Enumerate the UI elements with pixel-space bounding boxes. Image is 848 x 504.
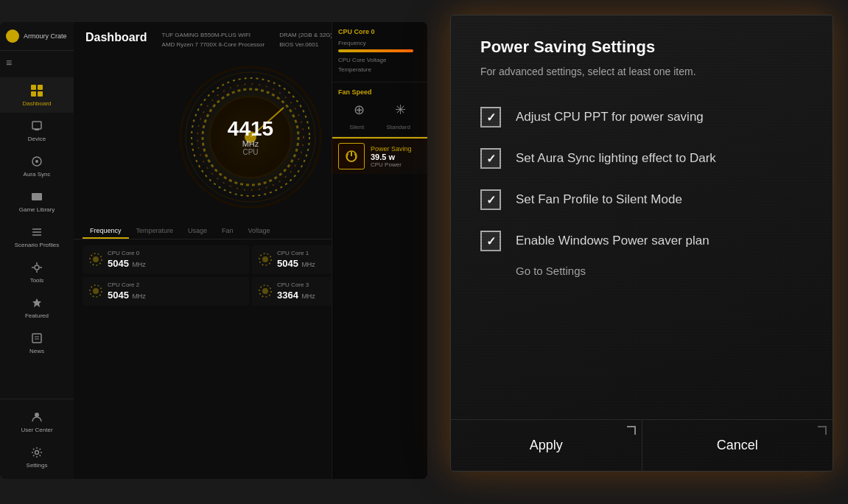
tab-temperature[interactable]: Temperature [129,224,181,239]
sidebar-bottom: User Center Settings [0,399,74,479]
gauge-center: 4415 MHz CPU [228,118,273,155]
cpu-info: AMD Ryzen 7 7700X 8-Core Processor [162,41,265,50]
sidebar-item-label: User Center [21,427,52,433]
cancel-button[interactable]: Cancel [642,420,833,471]
fan-silent-icon: ⊕ [354,102,365,118]
menu-icon[interactable]: ≡ [0,51,74,74]
option-row-4: ✓ Enable Windows Power saver plan [480,231,803,251]
core-2-info: CPU Core 2 5045 MHz [108,281,243,301]
power-saving-info: Power Saving 39.5 w CPU Power [371,145,412,168]
fan-silent-label: Silent [349,124,364,130]
power-saving-sub: CPU Power [371,161,412,168]
core-2-icon [88,284,103,298]
frequency-label: Frequency [338,40,421,46]
device-icon [29,119,44,133]
core-0-item: CPU Core 0 5045 MHz [83,245,249,274]
sidebar-items: Dashboard Device Aura Sync Game Library [0,74,74,399]
checkbox-1[interactable]: ✓ [480,107,501,127]
page-title: Dashboard [85,31,147,44]
tab-usage[interactable]: Usage [181,224,214,239]
core-3-value: 3364 [277,290,298,301]
svg-rect-18 [32,334,41,343]
app-title: Armoury Crate [24,32,67,41]
sidebar-item-label: Device [28,136,46,142]
gauge-unit: MHz [228,139,273,147]
core-0-info: CPU Core 0 5045 MHz [108,250,243,270]
core-2-value: 5045 [108,290,129,301]
core-2-item: CPU Core 2 5045 MHz [83,277,249,306]
checkbox-4[interactable]: ✓ [480,231,501,251]
background-app: Armoury Crate ≡ Dashboard Device Aura Sy [0,22,427,479]
sidebar-item-label: Game Library [19,206,55,213]
cpu-core-section: CPU Core 0 Frequency CPU Core Voltage Te… [332,22,427,83]
fan-speed-section: Fan Speed ⊕ ✳ Silent Standard [332,83,427,137]
tab-frequency[interactable]: Frequency [83,224,129,239]
option-label-4: Enable Windows Power saver plan [516,234,709,248]
core-3-unit: MHz [301,293,315,300]
app-logo [6,29,19,43]
sidebar-item-label: Featured [25,312,49,319]
core-1-icon [258,252,273,267]
frequency-bar [338,49,413,52]
svg-rect-1 [38,85,43,90]
sidebar-item-featured[interactable]: Featured [0,290,74,325]
option-row-2: ✓ Set Aura Sync lighting effect to Dark [480,148,803,169]
fan-icons-row: ⊕ ✳ [338,102,421,118]
option-label-2: Set Aura Sync lighting effect to Dark [516,151,716,166]
dashboard-icon [29,83,44,98]
checkbox-3[interactable]: ✓ [480,189,501,210]
sidebar-item-user-center[interactable]: User Center [0,404,74,439]
sidebar-item-aura-sync[interactable]: Aura Sync [0,148,74,183]
ram-info: DRAM (2GB & 32G) [279,31,332,41]
checkmark-1: ✓ [486,111,496,125]
checkbox-2[interactable]: ✓ [480,148,501,169]
main-content: Dashboard TUF GAMING B550M-PLUS WIFI AMD… [74,22,427,479]
apply-button[interactable]: Apply [451,420,642,471]
sidebar-item-game-library[interactable]: Game Library [0,183,74,219]
checkmark-2: ✓ [486,152,496,166]
gauge-label: CPU [228,147,273,155]
power-icon [338,143,365,169]
svg-point-33 [93,256,99,262]
right-panel: CPU Core 0 Frequency CPU Core Voltage Te… [332,22,427,479]
voltage-label: CPU Core Voltage [338,57,421,63]
settings-icon [29,445,44,460]
sidebar-item-tools[interactable]: Tools [0,254,74,290]
core-2-name: CPU Core 2 [108,281,243,288]
featured-icon [29,295,44,310]
board-info: TUF GAMING B550M-PLUS WIFI [162,31,265,41]
game-library-icon [29,189,44,204]
cpu-core-title: CPU Core 0 [338,28,421,35]
sidebar-item-label: Dashboard [22,100,51,107]
svg-marker-17 [32,298,41,307]
news-icon [29,331,44,346]
fan-labels: Silent Standard [338,124,421,130]
sidebar-item-label: Settings [27,462,48,469]
sidebar-item-label: Scenario Profiles [15,242,59,248]
tab-voltage[interactable]: Voltage [241,224,278,239]
goto-settings-link[interactable]: Go to Settings [516,265,803,277]
svg-rect-8 [32,193,42,200]
svg-point-35 [262,256,268,262]
sidebar-item-label: News [29,348,44,354]
core-2-unit: MHz [132,293,146,300]
sidebar-item-dashboard[interactable]: Dashboard [0,77,74,113]
sidebar-item-settings[interactable]: Settings [0,439,74,475]
core-3-icon [258,284,273,298]
svg-rect-4 [32,122,41,129]
svg-point-12 [35,265,39,270]
tab-fan[interactable]: Fan [214,224,241,239]
modal-footer: Apply Cancel [451,419,833,471]
svg-rect-2 [31,91,36,97]
core-0-icon [88,252,103,267]
fan-speed-title: Fan Speed [338,88,421,96]
sidebar-item-news[interactable]: News [0,325,74,360]
svg-point-22 [35,451,39,455]
option-row-1: ✓ Adjust CPU PPT for power saving [480,107,803,127]
sidebar-item-scenario-profiles[interactable]: Scenario Profiles [0,219,74,254]
power-saving-modal: Power Saving Settings For advanced setti… [450,15,833,472]
sidebar-item-device[interactable]: Device [0,113,74,148]
option-row-3: ✓ Set Fan Profile to Silent Mode [480,189,803,210]
core-0-value: 5045 [108,258,129,269]
bios-info: BIOS Ver.0601 [279,41,332,50]
